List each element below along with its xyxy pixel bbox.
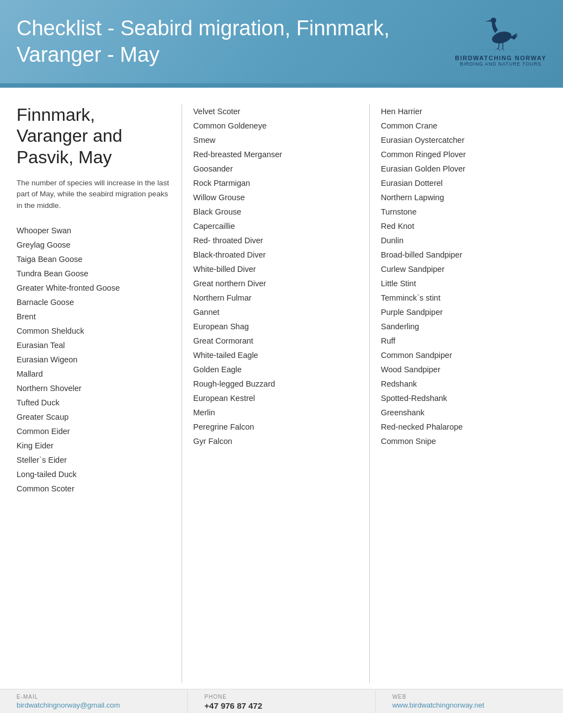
svg-point-0 xyxy=(491,30,513,46)
list-item: Curlew Sandpiper xyxy=(381,262,552,276)
list-item: Mallard xyxy=(17,367,171,381)
list-item: Brent xyxy=(17,309,171,324)
list-item: Peregrine Falcon xyxy=(193,420,358,434)
list-item: Whooper Swan xyxy=(17,223,171,238)
footer-email-section: E-MAIL birdwatchingnorway@gmail.com xyxy=(0,689,188,713)
list-item: Capercaillie xyxy=(193,219,358,233)
list-item: Smew xyxy=(193,133,358,147)
list-item: European Kestrel xyxy=(193,391,358,405)
list-item: Redshank xyxy=(381,377,552,391)
list-item: Sanderling xyxy=(381,319,552,334)
list-item: Eurasian Wigeon xyxy=(17,352,171,367)
species-list-middle: Velvet ScoterCommon GoldeneyeSmewRed-bre… xyxy=(193,104,358,448)
svg-point-1 xyxy=(491,18,496,23)
list-item: Tundra Bean Goose xyxy=(17,266,171,281)
bird-logo-icon xyxy=(479,17,523,52)
list-item: Rock Ptarmigan xyxy=(193,176,358,190)
phone-value: +47 976 87 472 xyxy=(204,701,364,710)
right-column: Hen HarrierCommon CraneEurasian Oysterca… xyxy=(370,104,563,683)
list-item: White-billed Diver xyxy=(193,262,358,276)
region-title: Finnmark, Varanger and Pasvik, May xyxy=(17,104,171,168)
list-item: Greenshank xyxy=(381,405,552,420)
footer-phone-section: PHONE +47 976 87 472 xyxy=(188,689,375,713)
list-item: Wood Sandpiper xyxy=(381,362,552,377)
list-item: Velvet Scoter xyxy=(193,104,358,119)
list-item: Greater Scaup xyxy=(17,410,171,424)
list-item: Broad-billed Sandpiper xyxy=(381,248,552,262)
main-content: Finnmark, Varanger and Pasvik, May The n… xyxy=(0,88,563,689)
list-item: Dunlin xyxy=(381,233,552,248)
list-item: Merlin xyxy=(193,405,358,420)
list-item: Goosander xyxy=(193,162,358,176)
list-item: Northern Fulmar xyxy=(193,291,358,305)
email-label: E-MAIL xyxy=(17,694,176,700)
logo-subtitle: Birding and Nature Tours xyxy=(460,61,541,67)
list-item: Willow Grouse xyxy=(193,190,358,205)
list-item: Eurasian Golden Plover xyxy=(381,162,552,176)
list-item: Northern Shoveler xyxy=(17,381,171,395)
species-list-left: Whooper SwanGreylag GooseTaiga Bean Goos… xyxy=(17,223,171,496)
list-item: Steller`s Eider xyxy=(17,453,171,467)
list-item: European Shag xyxy=(193,319,358,334)
list-item: Turnstone xyxy=(381,205,552,219)
list-item: Temminck`s stint xyxy=(381,291,552,305)
list-item: Eurasian Dotterel xyxy=(381,176,552,190)
list-item: Little Stint xyxy=(381,276,552,291)
list-item: Red Knot xyxy=(381,219,552,233)
list-item: Golden Eagle xyxy=(193,362,358,377)
list-item: Great Cormorant xyxy=(193,334,358,348)
logo-area: Birdwatching Norway Birding and Nature T… xyxy=(455,17,546,67)
web-label: WEB xyxy=(392,694,552,700)
list-item: Common Scoter xyxy=(17,481,171,496)
species-list-right: Hen HarrierCommon CraneEurasian Oysterca… xyxy=(381,104,552,448)
list-item: King Eider xyxy=(17,438,171,453)
list-item: Common Snipe xyxy=(381,434,552,448)
list-item: Greater White-fronted Goose xyxy=(17,281,171,295)
list-item: Red- throated Diver xyxy=(193,233,358,248)
list-item: Common Sandpiper xyxy=(381,348,552,362)
list-item: Northern Lapwing xyxy=(381,190,552,205)
page-title: Checklist - Seabird migration, Finnmark,… xyxy=(17,15,419,68)
list-item: Long-tailed Duck xyxy=(17,467,171,481)
list-item: Eurasian Teal xyxy=(17,338,171,352)
list-item: Red-breasted Merganser xyxy=(193,147,358,162)
region-description: The number of species will increase in t… xyxy=(17,178,171,211)
list-item: Black-throated Diver xyxy=(193,248,358,262)
list-item: Common Ringed Plover xyxy=(381,147,552,162)
list-item: Gannet xyxy=(193,305,358,319)
list-item: Taiga Bean Goose xyxy=(17,252,171,266)
phone-label: PHONE xyxy=(204,694,364,700)
list-item: Great northern Diver xyxy=(193,276,358,291)
list-item: Ruff xyxy=(381,334,552,348)
list-item: Black Grouse xyxy=(193,205,358,219)
list-item: Spotted-Redshank xyxy=(381,391,552,405)
list-item: Common Eider xyxy=(17,424,171,438)
email-value: birdwatchingnorway@gmail.com xyxy=(17,701,176,709)
list-item: Rough-legged Buzzard xyxy=(193,377,358,391)
list-item: Common Crane xyxy=(381,119,552,133)
page-footer: E-MAIL birdwatchingnorway@gmail.com PHON… xyxy=(0,689,563,713)
list-item: Common Shelduck xyxy=(17,324,171,338)
list-item: Eurasian Oystercatcher xyxy=(381,133,552,147)
page-header: Checklist - Seabird migration, Finnmark,… xyxy=(0,0,563,83)
list-item: Tufted Duck xyxy=(17,395,171,410)
left-column: Finnmark, Varanger and Pasvik, May The n… xyxy=(0,104,182,683)
logo-name: Birdwatching Norway xyxy=(455,55,546,61)
list-item: Purple Sandpiper xyxy=(381,305,552,319)
list-item: Red-necked Phalarope xyxy=(381,420,552,434)
middle-column: Velvet ScoterCommon GoldeneyeSmewRed-bre… xyxy=(182,104,370,683)
web-value: www.birdwatchingnorway.net xyxy=(392,701,552,709)
list-item: White-tailed Eagle xyxy=(193,348,358,362)
list-item: Gyr Falcon xyxy=(193,434,358,448)
footer-web-section: WEB www.birdwatchingnorway.net xyxy=(376,689,563,713)
header-divider xyxy=(0,83,563,88)
list-item: Barnacle Goose xyxy=(17,295,171,309)
list-item: Greylag Goose xyxy=(17,238,171,252)
list-item: Hen Harrier xyxy=(381,104,552,119)
list-item: Common Goldeneye xyxy=(193,119,358,133)
